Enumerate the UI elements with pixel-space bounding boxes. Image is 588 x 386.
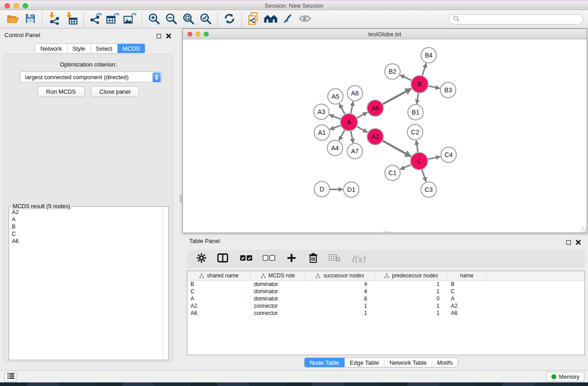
edge-B-B2[interactable]: [400, 75, 411, 81]
import-network-button[interactable]: [46, 12, 63, 27]
float-panel-icon[interactable]: [566, 240, 571, 245]
window-resize-grip[interactable]: [581, 227, 587, 233]
cell[interactable]: dominator: [251, 281, 305, 287]
cell[interactable]: 8: [305, 295, 375, 302]
cell[interactable]: B: [187, 281, 251, 287]
export-table-button[interactable]: [104, 12, 121, 27]
tab-style[interactable]: Style: [67, 44, 91, 53]
zoom-selected-button[interactable]: [197, 12, 214, 27]
column-header-mcds-role[interactable]: MCDS role: [251, 271, 305, 280]
cell[interactable]: A6: [448, 310, 486, 316]
edge-C-C2[interactable]: [416, 141, 418, 152]
cell[interactable]: A: [187, 295, 251, 302]
table-row[interactable]: Cdominator41C: [187, 288, 584, 295]
edge-A-A3[interactable]: [330, 115, 341, 119]
edge-A-A8[interactable]: [351, 102, 353, 114]
edge-B-B3[interactable]: [429, 86, 440, 88]
result-item[interactable]: A6: [12, 238, 160, 245]
panel-list-button[interactable]: [5, 372, 17, 381]
network-horizontal-scrollbar[interactable]: [383, 232, 390, 234]
hide-function-button[interactable]: f: [279, 12, 296, 27]
cell[interactable]: A: [448, 295, 486, 302]
network-window-titlebar[interactable]: testGlobe.txt: [183, 29, 587, 39]
refresh-button[interactable]: [221, 12, 238, 27]
cell[interactable]: 0: [375, 295, 448, 302]
edge-B-B1[interactable]: [417, 93, 418, 104]
export-network-button[interactable]: [87, 12, 104, 27]
float-panel-icon[interactable]: [157, 34, 161, 38]
tab-network-table[interactable]: Network Table: [384, 358, 432, 367]
run-mcds-button[interactable]: Run MCDS: [38, 86, 85, 97]
edge-A-A2[interactable]: [357, 127, 368, 133]
edge-C-C3[interactable]: [422, 170, 426, 181]
import-table-button[interactable]: [63, 12, 80, 27]
zoom-out-button[interactable]: [163, 12, 180, 27]
memory-button[interactable]: Memory: [546, 372, 584, 381]
tab-mcds[interactable]: MCDS: [118, 44, 145, 53]
cell[interactable]: A2: [187, 303, 251, 309]
column-header-name[interactable]: name: [448, 271, 486, 280]
result-list-scrollbar[interactable]: [163, 207, 168, 360]
close-panel-button[interactable]: Close panel: [91, 86, 139, 97]
delete-table-button[interactable]: [325, 251, 344, 267]
select-all-button[interactable]: [236, 251, 257, 267]
cell[interactable]: 1: [375, 281, 448, 287]
cell[interactable]: C: [187, 288, 251, 295]
edge-A2-C[interactable]: [383, 141, 411, 157]
cell[interactable]: 1: [375, 310, 448, 316]
result-item[interactable]: A2: [12, 209, 160, 216]
network-canvas[interactable]: B4B2BB3A8A5A6A3B1AA1C2A2A4A7C4CC1C3DD1: [183, 39, 587, 233]
cell[interactable]: 1: [375, 288, 448, 295]
result-item[interactable]: C: [12, 230, 160, 238]
maximize-view-button[interactable]: [204, 32, 209, 37]
cell[interactable]: 1: [305, 310, 375, 316]
tab-select[interactable]: Select: [91, 44, 118, 53]
open-file-button[interactable]: [5, 12, 22, 27]
table-row[interactable]: A6connector11A6: [187, 310, 584, 317]
cell[interactable]: C: [448, 288, 486, 295]
edge-C-C1[interactable]: [400, 165, 411, 169]
minimize-view-button[interactable]: [196, 32, 201, 37]
cell[interactable]: A2: [448, 303, 486, 309]
edge-A-A4[interactable]: [339, 130, 344, 141]
column-header-shared-name[interactable]: shared name: [187, 271, 251, 280]
export-image-button[interactable]: [121, 12, 139, 27]
tab-network[interactable]: Network: [35, 44, 67, 53]
save-session-button[interactable]: [22, 12, 39, 27]
deselect-all-button[interactable]: [258, 251, 279, 267]
edge-A-A1[interactable]: [330, 125, 341, 129]
table-row[interactable]: Adominator80A: [187, 295, 584, 302]
edge-A-A5[interactable]: [339, 104, 345, 114]
table-settings-button[interactable]: [192, 251, 210, 267]
zoom-fit-button[interactable]: [180, 12, 197, 27]
tab-node-table[interactable]: Node Table: [305, 358, 345, 367]
cell[interactable]: connector: [251, 310, 305, 316]
column-view-button[interactable]: [213, 251, 232, 267]
close-panel-icon[interactable]: [166, 32, 171, 40]
column-header-successor-nodes[interactable]: successor nodes: [305, 271, 375, 280]
cell[interactable]: connector: [251, 303, 305, 309]
close-panel-icon[interactable]: [576, 238, 581, 247]
function-builder-button[interactable]: f(x): [347, 251, 369, 267]
table-row[interactable]: A2connector11A2: [187, 302, 584, 310]
cell[interactable]: 4: [305, 281, 375, 287]
edge-A6-B[interactable]: [383, 89, 411, 104]
result-item[interactable]: B: [12, 223, 160, 230]
cell[interactable]: dominator: [251, 288, 305, 295]
cell[interactable]: A6: [187, 310, 251, 316]
search-input[interactable]: [462, 16, 579, 23]
network-vertical-scrollbar[interactable]: [180, 195, 182, 202]
edge-B-B4[interactable]: [422, 63, 426, 76]
table-row[interactable]: Bdominator41B: [187, 281, 584, 288]
cell[interactable]: dominator: [251, 295, 305, 302]
home-button[interactable]: [262, 12, 279, 27]
column-header-predecessor-nodes[interactable]: predecessor nodes: [375, 271, 448, 280]
copy-network-button[interactable]: [245, 12, 262, 27]
edge-A-A7[interactable]: [351, 131, 353, 143]
edge-A-A6[interactable]: [357, 112, 368, 118]
zoom-in-button[interactable]: [145, 12, 163, 27]
cell[interactable]: 1: [375, 303, 448, 309]
edge-C-C4[interactable]: [428, 157, 440, 159]
cell[interactable]: 1: [305, 303, 375, 309]
result-item[interactable]: A: [12, 216, 160, 223]
